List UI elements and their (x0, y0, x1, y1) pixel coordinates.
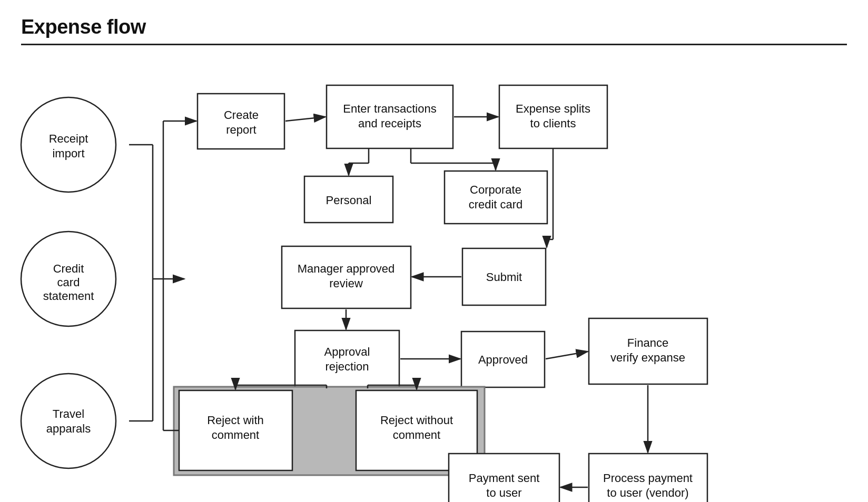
approved-label: Approved (478, 353, 528, 366)
reject-with-label2: comment (212, 428, 259, 441)
finance-verify-label1: Finance (627, 336, 668, 349)
credit-card-label3: statement (43, 289, 94, 303)
expense-splits-label2: to clients (530, 117, 576, 130)
travel-apparals-label2: apparals (46, 422, 91, 435)
submit-label: Submit (486, 270, 522, 284)
personal-label: Personal (326, 194, 372, 207)
reject-without-label1: Reject without (380, 414, 453, 427)
finance-verify-label2: verify expanse (610, 351, 685, 364)
corporate-credit-label1: Corporate (470, 183, 521, 196)
expense-splits-label1: Expense splits (516, 102, 590, 115)
approval-rejection-label2: rejection (325, 360, 369, 373)
page: Expense flow Receipt import Credit card … (0, 0, 868, 502)
receipt-import-label2: import (52, 147, 84, 160)
receipt-import-label: Receipt (49, 132, 88, 145)
corporate-credit-label2: credit card (469, 198, 523, 211)
payment-sent-label2: to user (486, 486, 521, 499)
travel-apparals-node (21, 374, 116, 468)
reject-with-label1: Reject with (207, 414, 264, 427)
create-report-label2: report (226, 123, 256, 136)
approval-rejection-node (295, 330, 399, 387)
travel-apparals-label1: Travel (53, 407, 84, 420)
arrow-create-to-enter (285, 117, 326, 121)
page-title: Expense flow (21, 16, 847, 38)
arrow-approved-to-finance (546, 352, 588, 359)
process-payment-label1: Process payment (603, 471, 693, 485)
manager-approved-label2: review (329, 277, 363, 290)
title-divider (21, 44, 847, 45)
create-report-label1: Create (224, 108, 259, 122)
credit-card-label2: card (57, 276, 80, 289)
approval-rejection-label1: Approval (324, 345, 370, 358)
diagram: Receipt import Credit card statement Tra… (0, 53, 868, 502)
enter-transactions-label2: and receipts (358, 117, 421, 130)
manager-approved-label1: Manager approved (298, 262, 395, 275)
credit-card-label1: Credit (53, 262, 84, 275)
process-payment-label2: to user (vendor) (607, 486, 688, 499)
enter-transactions-label1: Enter transactions (343, 102, 436, 115)
payment-sent-label1: Payment sent (469, 471, 540, 485)
reject-without-label2: comment (393, 428, 440, 441)
